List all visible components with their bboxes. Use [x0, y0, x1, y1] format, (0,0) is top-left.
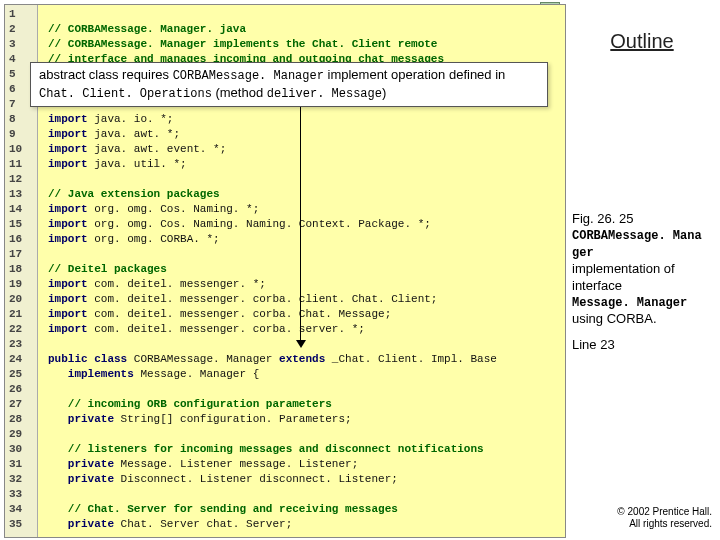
kw: import [48, 203, 88, 215]
callout-text: (method [212, 85, 267, 100]
line-num: 31 [9, 457, 35, 472]
callout-text: implement operation defined in [324, 67, 505, 82]
line-num: 19 [9, 277, 35, 292]
line-num: 10 [9, 142, 35, 157]
outline-title: Outline [568, 30, 716, 53]
figure-text: using CORBA. [572, 311, 657, 326]
code-line: // Deitel packages [48, 263, 167, 275]
figure-mono: Message. Manager [572, 296, 687, 310]
line-num: 15 [9, 217, 35, 232]
line-num: 33 [9, 487, 35, 502]
code-line: java. awt. event. *; [88, 143, 227, 155]
kw: private [48, 458, 114, 470]
callout-text: abstract class requires [39, 67, 173, 82]
kw: private [48, 518, 114, 530]
line-num: 22 [9, 322, 35, 337]
line-num: 27 [9, 397, 35, 412]
kw: import [48, 278, 88, 290]
line-num: 28 [9, 412, 35, 427]
code-line: com. deitel. messenger. *; [88, 278, 266, 290]
line-num: 30 [9, 442, 35, 457]
kw: private [48, 413, 114, 425]
line-num: 32 [9, 472, 35, 487]
line-num: 12 [9, 172, 35, 187]
code-line: com. deitel. messenger. corba. client. C… [88, 293, 438, 305]
code-line: org. omg. CORBA. *; [88, 233, 220, 245]
code-line: com. deitel. messenger. corba. server. *… [88, 323, 365, 335]
line-num: 21 [9, 307, 35, 322]
kw: implements [48, 368, 134, 380]
line-num: 23 [9, 337, 35, 352]
line-num: 29 [9, 427, 35, 442]
code-line: _Chat. Client. Impl. Base [325, 353, 497, 365]
code-line: // incoming ORB configuration parameters [48, 398, 332, 410]
code-line: java. util. *; [88, 158, 187, 170]
line-num: 3 [9, 37, 35, 52]
line-num: 24 [9, 352, 35, 367]
copyright-line: © 2002 Prentice Hall. [617, 506, 712, 517]
kw: import [48, 128, 88, 140]
code-line: java. io. *; [88, 113, 174, 125]
callout-mono: deliver. Message [267, 87, 382, 101]
code-line: // Chat. Server for sending and receivin… [48, 503, 398, 515]
kw: import [48, 218, 88, 230]
line-num: 11 [9, 157, 35, 172]
line-num: 18 [9, 262, 35, 277]
kw: private [48, 473, 114, 485]
figure-label: Fig. 26. 25 [572, 211, 633, 226]
callout-mono: CORBAMessage. Manager [173, 69, 324, 83]
code-line: // listeners for incoming messages and d… [48, 443, 484, 455]
code-line: java. awt. *; [88, 128, 180, 140]
code-line: // Java extension packages [48, 188, 220, 200]
callout-mono: Chat. Client. Operations [39, 87, 212, 101]
line-num: 13 [9, 187, 35, 202]
kw: import [48, 113, 88, 125]
callout-box: abstract class requires CORBAMessage. Ma… [30, 62, 548, 107]
line-num: 9 [9, 127, 35, 142]
figure-mono: ger [572, 246, 594, 260]
figure-caption: Fig. 26. 25 CORBAMessage. Mana ger imple… [568, 211, 716, 353]
line-num: 17 [9, 247, 35, 262]
copyright: © 2002 Prentice Hall. All rights reserve… [617, 506, 712, 530]
code-line: com. deitel. messenger. corba. Chat. Mes… [88, 308, 392, 320]
code-line: org. omg. Cos. Naming. *; [88, 203, 260, 215]
line-num: 20 [9, 292, 35, 307]
figure-text: implementation of interface [572, 261, 675, 292]
kw: import [48, 293, 88, 305]
kw: import [48, 158, 88, 170]
callout-arrow-line [300, 104, 301, 342]
code-line: // CORBAMessage. Manager implements the … [48, 38, 437, 50]
callout-arrow-head [296, 340, 306, 348]
code-line: Message. Manager { [134, 368, 259, 380]
code-line: Disconnect. Listener disconnect. Listene… [114, 473, 398, 485]
code-line: CORBAMessage. Manager [127, 353, 279, 365]
line-reference: Line 23 [572, 337, 712, 353]
line-num: 14 [9, 202, 35, 217]
figure-mono: CORBAMessage. Mana [572, 229, 702, 243]
kw: import [48, 143, 88, 155]
outline-panel: Outline Fig. 26. 25 CORBAMessage. Mana g… [568, 4, 716, 536]
code-line: org. omg. Cos. Naming. Naming. Context. … [88, 218, 431, 230]
code-line: String[] configuration. Parameters; [114, 413, 352, 425]
line-num: 26 [9, 382, 35, 397]
copyright-line: All rights reserved. [629, 518, 712, 529]
line-num: 2 [9, 22, 35, 37]
kw: public class [48, 353, 127, 365]
line-num: 8 [9, 112, 35, 127]
kw: import [48, 323, 88, 335]
code-line: Chat. Server chat. Server; [114, 518, 292, 530]
kw: extends [279, 353, 325, 365]
code-line: // CORBAMessage. Manager. java [48, 23, 246, 35]
line-num: 34 [9, 502, 35, 517]
line-num: 35 [9, 517, 35, 532]
line-num: 1 [9, 7, 35, 22]
code-line: Message. Listener message. Listener; [114, 458, 358, 470]
callout-text: ) [382, 85, 386, 100]
line-num: 25 [9, 367, 35, 382]
line-num: 16 [9, 232, 35, 247]
kw: import [48, 308, 88, 320]
kw: import [48, 233, 88, 245]
